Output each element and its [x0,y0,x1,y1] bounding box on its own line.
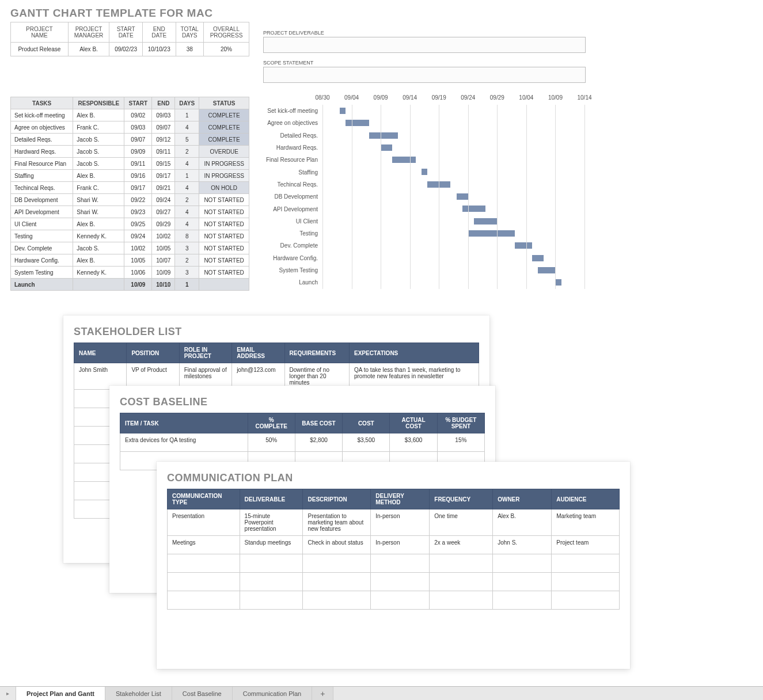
table-row: Final Resource PlanJacob S.09/1109/154IN… [11,158,249,170]
summary-cell: 09/02/23 [109,43,143,56]
gantt-bar [474,218,497,225]
cost-cell: 50% [248,433,295,452]
tasks-end: 10/09 [152,267,175,279]
comm-cell: Project team [552,536,620,554]
cost-header: ITEM / TASK [120,413,248,433]
tasks-start: 10/06 [124,267,152,279]
add-sheet-button[interactable]: + [312,687,333,700]
cost-cell: $3,600 [390,433,437,452]
comm-header: DESCRIPTION [303,489,371,509]
tasks-header: START [124,97,152,109]
tasks-resp: Frank C. [73,182,124,194]
gantt-row-label: Dev. Complete [259,242,321,249]
tasks-status: NOT STARTED [199,267,249,279]
gantt-row-label: Hardware Config. [259,255,321,261]
sheet-tab[interactable]: Cost Baseline [172,687,233,700]
sheet-tab[interactable]: Stakeholder List [105,687,172,700]
summary-header: OVERALLPROGRESS [204,22,249,43]
gantt-row: Set kick-off meeting [259,105,584,117]
gantt-bar [538,267,555,273]
summary-header: PROJECTNAME [11,22,69,43]
tasks-resp: Alex B. [73,254,124,267]
table-row: StaffingAlex B.09/1609/171IN PROGRESS [11,170,249,182]
stakeholder-header: EXPECTATIONS [349,343,479,363]
tasks-days: 4 [175,218,199,230]
cost-title: COST BASELINE [120,396,485,408]
gantt-tick: 10/09 [548,94,563,101]
tasks-resp: Jacob S. [73,158,124,170]
stakeholder-header: ROLE IN PROJECT [179,343,231,363]
comm-cell: Meetings [168,536,240,554]
gantt-row-label: Testing [259,230,321,237]
tasks-end: 09/03 [152,109,175,121]
cost-cell: $3,500 [343,433,390,452]
comm-cell: In-person [371,536,430,554]
tasks-status: NOT STARTED [199,230,249,242]
gantt-bar [381,144,392,151]
scope-label: SCOPE STATEMENT [263,60,586,66]
tasks-status: COMPLETE [199,121,249,134]
comm-cell: Check in about status [303,536,371,554]
tasks-resp: Shari W. [73,194,124,206]
tasks-end: 09/07 [152,121,175,134]
sheet-tab[interactable]: Communication Plan [233,687,313,700]
tasks-start: 09/17 [124,182,152,194]
summary-header: ENDDATE [142,22,176,43]
gantt-chart: 08/3009/0409/0909/1409/1909/2409/2910/04… [259,94,584,296]
tasks-start: 09/23 [124,206,152,218]
tasks-end: 09/11 [152,146,175,158]
tasks-resp: Kennedy K. [73,267,124,279]
tasks-end: 09/12 [152,134,175,146]
gantt-row: Staffing [259,166,584,178]
tasks-resp: Jacob S. [73,146,124,158]
gantt-row-label: Agree on objectives [259,120,321,126]
gantt-row: System Testing [259,264,584,276]
tasks-header: RESPONSIBLE [73,97,124,109]
scope-input[interactable] [263,67,586,83]
table-row: Presentation15-minute Powerpoint present… [168,509,620,536]
tasks-end: 10/02 [152,230,175,242]
deliverable-label: PROJECT DELIVERABLE [263,30,586,36]
tasks-task: Staffing [11,170,73,182]
tasks-status: NOT STARTED [199,218,249,230]
tasks-start: 09/09 [124,146,152,158]
gantt-row-label: Detailed Reqs. [259,132,321,139]
tasks-task: Hardward Reqs. [11,146,73,158]
tasks-task: Techincal Reqs. [11,182,73,194]
tasks-start: 10/05 [124,254,152,267]
tasks-status: NOT STARTED [199,242,249,254]
tasks-end: 09/15 [152,158,175,170]
tasks-header: TASKS [11,97,73,109]
gantt-row: Final Resource Plan [259,154,584,166]
comm-cell: In-person [371,509,430,536]
tasks-table: TASKSRESPONSIBLESTARTENDDAYSSTATUS Set k… [10,97,249,291]
gantt-tick: 10/04 [519,94,533,101]
gantt-row: Hardward Reqs. [259,142,584,154]
stakeholder-header: EMAIL ADDRESS [232,343,284,363]
gantt-row: DB Development [259,191,584,203]
gantt-tick: 09/24 [461,94,475,101]
tasks-days: 4 [175,121,199,134]
comm-cell: Marketing team [552,509,620,536]
gantt-row-label: DB Development [259,193,321,200]
gantt-bar [457,193,468,200]
deliverable-input[interactable] [263,37,586,53]
gantt-row-label: Set kick-off meeting [259,108,321,114]
sheet-tab[interactable]: Project Plan and Gantt [16,687,105,700]
summary-cell: 20% [204,43,249,56]
tab-expander-icon[interactable]: ▸ [0,687,16,700]
tasks-resp: Jacob S. [73,242,124,254]
stakeholder-header: REQUIREMENTS [284,343,349,363]
gantt-bar [468,230,515,237]
gantt-row-label: Staffing [259,169,321,176]
comm-cell: Presentation [168,509,240,536]
cost-cell: Extra devices for QA testing [120,433,248,452]
comm-cell: Alex B. [493,509,552,536]
tasks-status: COMPLETE [199,109,249,121]
tasks-end: 10/10 [152,279,175,291]
tasks-status [199,279,249,291]
table-row: Hardware Config.Alex B.10/0510/072NOT ST… [11,254,249,267]
tasks-task: Testing [11,230,73,242]
comm-cell: Standup meetings [240,536,303,554]
tasks-task: Hardware Config. [11,254,73,267]
